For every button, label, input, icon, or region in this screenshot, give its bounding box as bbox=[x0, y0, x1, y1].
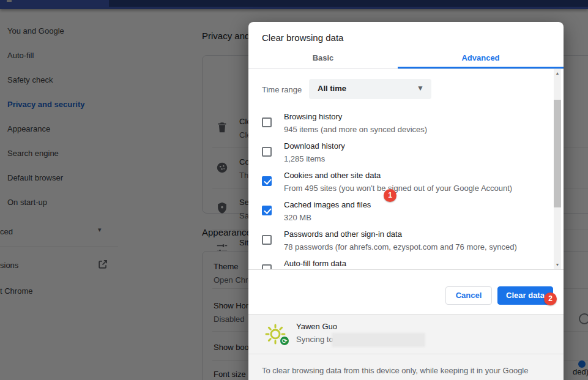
row-download-history[interactable]: Download history 1,285 items bbox=[248, 140, 542, 169]
annotation-badge-2: 2 bbox=[544, 292, 557, 305]
row-title: Auto-fill form data bbox=[284, 259, 346, 269]
note-text: To clear browsing data from this device … bbox=[262, 365, 528, 376]
clear-browsing-data-dialog: Clear browsing data Basic Advanced Time … bbox=[248, 22, 564, 380]
dialog-tabs: Basic Advanced bbox=[248, 48, 564, 69]
dialog-note-section: To clear browsing data from this device … bbox=[248, 354, 564, 380]
row-passwords[interactable]: Passwords and other sign-in data 78 pass… bbox=[248, 228, 542, 257]
checkbox-browsing-history[interactable] bbox=[262, 117, 272, 127]
cancel-button[interactable]: Cancel bbox=[445, 286, 492, 305]
row-subtitle: 78 passwords (for ahrefs.com, ezyspot.co… bbox=[284, 242, 517, 252]
sync-status-section: ⟳ Yawen Guo Syncing to bbox=[248, 314, 564, 354]
annotation-badge-1: 1 bbox=[384, 189, 396, 202]
sync-account-name: Yawen Guo bbox=[296, 322, 337, 331]
checkbox-cached-images[interactable] bbox=[262, 206, 272, 215]
scroll-down-icon[interactable]: ▼ bbox=[554, 261, 561, 269]
row-subtitle: From 495 sites (you won't be signed out … bbox=[284, 184, 512, 193]
tab-basic[interactable]: Basic bbox=[248, 48, 398, 69]
row-title: Cookies and other site data bbox=[284, 171, 381, 181]
checkbox-download-history[interactable] bbox=[262, 147, 272, 157]
row-title: Cached images and files bbox=[284, 200, 371, 210]
row-title: Passwords and other sign-in data bbox=[284, 229, 402, 239]
time-range-value: All time bbox=[318, 84, 346, 93]
checkbox-autofill-form-data[interactable] bbox=[262, 264, 272, 269]
row-browsing-history[interactable]: Browsing history 945 items (and more on … bbox=[248, 110, 542, 140]
redacted-email bbox=[332, 333, 425, 347]
time-range-select[interactable]: All time ▼ bbox=[309, 79, 431, 99]
time-range-label: Time range bbox=[262, 85, 302, 94]
scroll-up-icon[interactable]: ▲ bbox=[554, 69, 561, 78]
row-title: Browsing history bbox=[284, 112, 342, 122]
dialog-scrollbar[interactable]: ▲ ▼ bbox=[554, 69, 561, 269]
row-title: Download history bbox=[284, 141, 345, 151]
dropdown-caret-icon: ▼ bbox=[417, 84, 424, 92]
scrollbar-thumb[interactable] bbox=[554, 100, 561, 207]
row-cached-images[interactable]: Cached images and files 320 MB bbox=[248, 198, 542, 228]
dialog-scroll-body: Time range All time ▼ Browsing history 9… bbox=[248, 69, 564, 269]
active-tab-underline bbox=[398, 67, 564, 69]
tab-advanced[interactable]: Advanced bbox=[398, 48, 564, 69]
row-subtitle: 945 items (and more on synced devices) bbox=[284, 125, 427, 135]
row-autofill-form-data[interactable]: Auto-fill form data bbox=[248, 257, 542, 269]
screen: You and Google Auto-fill Safety check Pr… bbox=[0, 0, 588, 380]
dialog-footer: Cancel Clear data bbox=[248, 269, 564, 314]
checkbox-passwords[interactable] bbox=[262, 235, 272, 245]
sync-status-text: Syncing to bbox=[296, 335, 333, 344]
sync-icon: ⟳ bbox=[279, 335, 290, 346]
row-subtitle: 1,285 items bbox=[284, 154, 325, 164]
dialog-title: Clear browsing data bbox=[262, 32, 343, 43]
checkbox-cookies-site-data[interactable] bbox=[262, 176, 272, 186]
row-subtitle: 320 MB bbox=[284, 213, 311, 223]
